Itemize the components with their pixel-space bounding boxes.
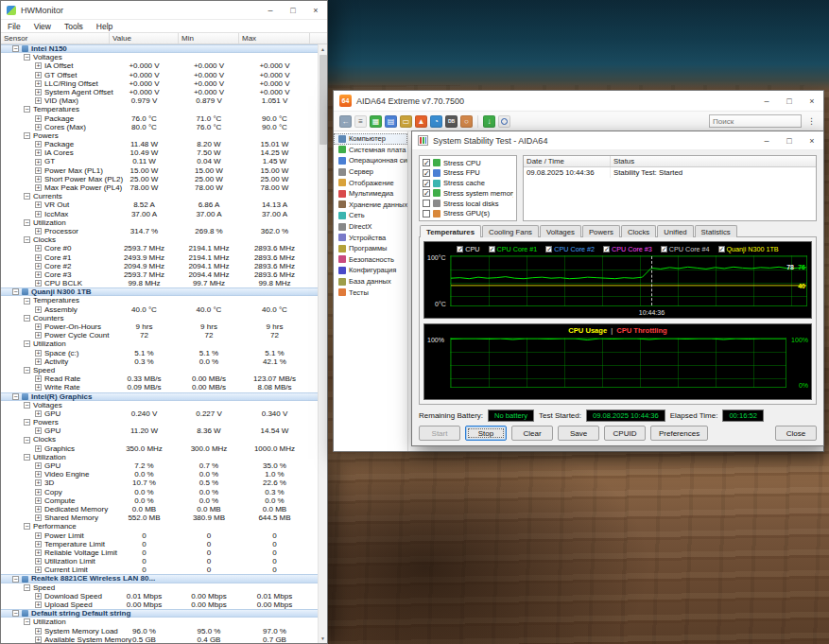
expand-icon[interactable]: +: [35, 566, 42, 573]
collapse-icon[interactable]: −: [24, 367, 30, 374]
expand-icon[interactable]: +: [35, 263, 42, 270]
collapse-icon[interactable]: −: [12, 610, 19, 617]
sidebar-item-display[interactable]: Отображение: [334, 177, 407, 188]
expand-icon[interactable]: +: [35, 506, 42, 513]
sensor-row[interactable]: +LLC/Ring Offset+0.000 V+0.000 V+0.000 V: [1, 79, 318, 88]
expand-icon[interactable]: +: [35, 72, 42, 78]
stop-button[interactable]: Stop: [465, 426, 507, 441]
sensor-row[interactable]: +Processor314.7 %269.8 %362.0 %: [1, 227, 318, 235]
benchmark-icon[interactable]: ▲: [415, 115, 427, 128]
column-header-max[interactable]: Max: [239, 33, 310, 44]
scrollbar-thumb[interactable]: [320, 55, 327, 145]
sensor-row[interactable]: +Shared Memory552.0 MB380.9 MB644.5 MB: [1, 513, 318, 522]
menu-tools[interactable]: Tools: [58, 22, 90, 31]
expand-icon[interactable]: +: [35, 115, 42, 122]
sensor-row[interactable]: −Counters: [1, 314, 318, 322]
column-header-value[interactable]: Value: [110, 33, 179, 44]
sensor-row[interactable]: +Current Limit000: [1, 566, 318, 574]
sensor-row[interactable]: +Activity0.3 %0.0 %42.1 %: [1, 357, 318, 366]
close-button[interactable]: ×: [304, 1, 327, 19]
collapse-icon[interactable]: −: [12, 393, 19, 400]
checkbox-icon[interactable]: ✓: [423, 159, 430, 166]
scrollbar[interactable]: ▲ ▼: [318, 44, 327, 643]
legend-item[interactable]: ✓CPU: [457, 245, 479, 253]
sensor-row[interactable]: +VID (Max)0.979 V0.879 V1.051 V: [1, 96, 318, 105]
legend-item[interactable]: ✓CPU Core #2: [545, 245, 595, 253]
sensor-row[interactable]: +Core #12493.9 MHz2194.1 MHz2893.6 MHz: [1, 253, 318, 262]
expand-icon[interactable]: +: [35, 254, 42, 261]
checkbox-icon[interactable]: ✓: [661, 246, 667, 252]
legend-item[interactable]: ✓CPU Core #4: [661, 245, 710, 253]
sensor-row[interactable]: −Quanji N300 1TB: [1, 287, 318, 296]
sensor-row[interactable]: +VR Out8.52 A6.86 A14.13 A: [1, 200, 318, 209]
checkbox-icon[interactable]: ✓: [489, 246, 495, 252]
expand-icon[interactable]: +: [35, 541, 42, 548]
aida64-titlebar[interactable]: 64 AIDA64 Extreme v7.70.7500 – □ ×: [334, 91, 823, 112]
sensor-row[interactable]: −Realtek 8821CE Wireless LAN 80...: [1, 574, 318, 583]
collapse-icon[interactable]: −: [24, 219, 30, 226]
menu-view[interactable]: View: [27, 22, 58, 31]
expand-icon[interactable]: +: [35, 62, 42, 69]
checkbox-icon[interactable]: ✓: [545, 246, 552, 252]
collapse-icon[interactable]: −: [12, 45, 19, 52]
sensor-row[interactable]: +Graphics350.0 MHz300.0 MHz1000.0 MHz: [1, 444, 318, 453]
sensor-row[interactable]: −Utilization: [1, 218, 318, 227]
minimize-button[interactable]: –: [259, 1, 282, 19]
collapse-icon[interactable]: −: [24, 315, 30, 322]
sensor-row[interactable]: +Package11.48 W8.20 W15.01 W: [1, 140, 318, 148]
sensor-row[interactable]: +Core #32593.7 MHz2094.4 MHz2893.6 MHz: [1, 270, 318, 279]
sensor-row[interactable]: −Temperatures: [1, 296, 318, 305]
stress-option[interactable]: ✓Stress FPU: [423, 168, 513, 178]
sensor-row[interactable]: +Upload Speed0.00 Mbps0.00 Mbps0.00 Mbps: [1, 600, 318, 609]
checkbox-icon[interactable]: [423, 200, 430, 207]
sensor-row[interactable]: +Reliable Voltage Limit000: [1, 548, 318, 557]
sidebar-item-network[interactable]: Сеть: [334, 210, 407, 221]
sensor-row[interactable]: −Temperatures: [1, 105, 318, 113]
expand-icon[interactable]: +: [35, 124, 42, 131]
expand-icon[interactable]: +: [35, 628, 42, 635]
expand-icon[interactable]: +: [35, 410, 42, 417]
sensor-row[interactable]: +Utilization Limit000: [1, 557, 318, 566]
tab-unified[interactable]: Unified: [657, 225, 693, 237]
sensor-row[interactable]: −Utilization: [1, 453, 318, 461]
more-options-button[interactable]: ⋮: [805, 116, 818, 126]
clock-icon[interactable]: ○: [460, 115, 473, 128]
sensor-row[interactable]: +Download Speed0.01 Mbps0.00 Mbps0.01 Mb…: [1, 592, 318, 600]
sensor-row[interactable]: +IccMax37.00 A37.00 A37.00 A: [1, 210, 318, 218]
sensor-row[interactable]: +Power Cycle Count727272: [1, 331, 318, 339]
expand-icon[interactable]: +: [35, 532, 42, 539]
sensor-row[interactable]: +Dedicated Memory0.0 MB0.0 MB0.0 MB: [1, 505, 318, 513]
sensor-row[interactable]: −Voltages: [1, 401, 318, 409]
sensor-row[interactable]: +3D10.7 %0.5 %22.6 %: [1, 479, 318, 487]
collapse-icon[interactable]: −: [24, 618, 30, 625]
expand-icon[interactable]: +: [35, 497, 42, 504]
expand-icon[interactable]: +: [35, 462, 42, 469]
scroll-down-icon[interactable]: ▼: [319, 634, 328, 643]
expand-icon[interactable]: +: [35, 141, 42, 148]
stress-option[interactable]: Stress local disks: [423, 199, 513, 208]
expand-icon[interactable]: +: [35, 384, 42, 391]
collapse-icon[interactable]: −: [24, 419, 30, 426]
maximize-button[interactable]: □: [778, 131, 801, 149]
collapse-icon[interactable]: −: [12, 288, 19, 295]
sidebar-item-computer[interactable]: Компьютер: [334, 133, 407, 145]
sidebar-item-database[interactable]: База данных: [334, 276, 407, 287]
legend-item[interactable]: ✓CPU Core #3: [603, 245, 652, 253]
expand-icon[interactable]: +: [35, 489, 42, 496]
expand-icon[interactable]: +: [35, 323, 42, 330]
sensor-row[interactable]: +Copy0.0 %0.0 %0.3 %: [1, 488, 318, 496]
collapse-icon[interactable]: −: [24, 402, 30, 409]
expand-icon[interactable]: +: [35, 514, 42, 521]
expand-icon[interactable]: +: [35, 228, 42, 235]
expand-icon[interactable]: +: [35, 593, 42, 600]
sensor-row[interactable]: +Power-On-Hours9 hrs9 hrs9 hrs: [1, 322, 318, 331]
expand-icon[interactable]: +: [35, 271, 42, 278]
tab-powers[interactable]: Powers: [582, 225, 620, 237]
maximize-button[interactable]: □: [282, 1, 304, 19]
database-icon[interactable]: DB: [445, 115, 458, 128]
column-header-min[interactable]: Min: [179, 33, 239, 44]
expand-icon[interactable]: +: [35, 445, 42, 452]
checkbox-icon[interactable]: ✓: [457, 246, 463, 252]
expand-icon[interactable]: +: [35, 479, 42, 486]
sidebar-item-security[interactable]: Безопасность: [334, 254, 407, 266]
